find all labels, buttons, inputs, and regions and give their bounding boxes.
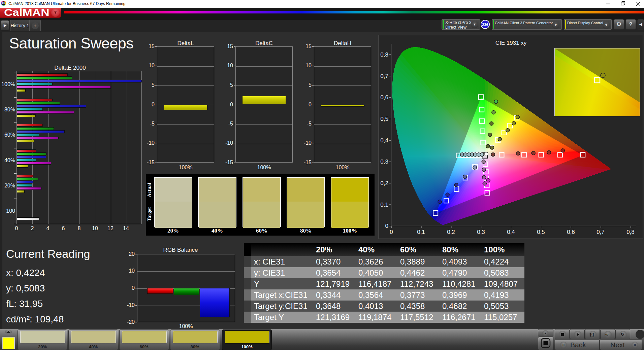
svg-text:0,1: 0,1 <box>417 229 425 235</box>
svg-text:0,2: 0,2 <box>447 229 455 235</box>
svg-text:0: 0 <box>390 229 393 235</box>
svg-text:0,6: 0,6 <box>380 94 388 101</box>
svg-text:0,7: 0,7 <box>380 73 388 79</box>
svg-text:0,6: 0,6 <box>567 229 575 235</box>
svg-text:0,3: 0,3 <box>477 229 485 235</box>
svg-text:0: 0 <box>385 223 388 229</box>
svg-text:0,7: 0,7 <box>597 229 605 235</box>
svg-text:0,4: 0,4 <box>507 229 515 235</box>
svg-text:0,1: 0,1 <box>380 202 388 208</box>
svg-text:0,8: 0,8 <box>626 229 635 235</box>
svg-text:0,4: 0,4 <box>380 137 388 144</box>
svg-text:0,5: 0,5 <box>537 229 545 235</box>
svg-text:0,8: 0,8 <box>380 51 388 58</box>
svg-text:0,5: 0,5 <box>380 116 388 122</box>
svg-text:0,3: 0,3 <box>380 159 388 165</box>
svg-text:0,2: 0,2 <box>380 180 388 186</box>
